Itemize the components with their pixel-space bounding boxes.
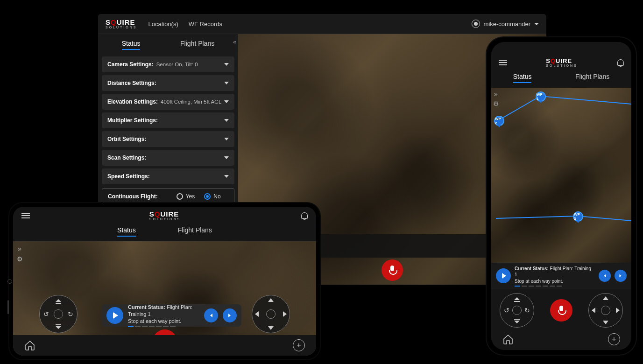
dpad-direction[interactable] (252, 295, 290, 333)
radio-yes[interactable]: Yes (177, 193, 195, 200)
arrow-down-icon[interactable] (603, 321, 608, 324)
logo-text2: UIRE (117, 18, 135, 26)
play-button[interactable] (106, 307, 123, 324)
rotate-left-icon[interactable]: ↺ (43, 310, 49, 318)
logo-sub: SOLUTIONS (546, 64, 577, 67)
menu-button[interactable] (21, 213, 30, 218)
setting-multiplier[interactable]: Multiplier Settings: (102, 112, 234, 128)
chevron-down-icon (224, 63, 229, 66)
tab-status[interactable]: Status (122, 40, 141, 50)
tablet-bottom-bar: + (13, 335, 316, 356)
add-button[interactable]: + (608, 333, 620, 345)
progress-indicator (515, 286, 595, 287)
arrow-left-icon[interactable] (255, 311, 259, 317)
rotate-right-icon[interactable]: ↻ (524, 307, 530, 314)
notifications-icon[interactable] (300, 211, 308, 220)
setting-speed[interactable]: Speed Settings: (102, 168, 234, 184)
tablet-device: SQUIRE SOLUTIONS Status Flight Plans » ⚙… (9, 203, 320, 359)
continuous-flight-row: Continuous Flight: Yes No (102, 188, 234, 205)
arrow-down-icon[interactable] (268, 326, 274, 330)
setting-elevation[interactable]: Elevation Settings: 400ft Ceiling, Min 5… (102, 94, 234, 110)
tab-flight-plans[interactable]: Flight Plans (180, 40, 214, 50)
mic-icon (558, 306, 565, 315)
status-title: Current Status: (515, 266, 549, 271)
nav-locations[interactable]: Location(s) (148, 21, 178, 28)
prev-waypoint-button[interactable] (599, 270, 611, 282)
next-waypoint-button[interactable] (223, 308, 237, 322)
mic-icon (389, 266, 396, 275)
rotate-left-icon[interactable]: ↺ (504, 307, 509, 314)
arrow-right-icon[interactable] (283, 311, 287, 317)
dpad-direction[interactable] (588, 293, 623, 328)
dpad-center-icon (266, 309, 276, 319)
phone-header: SQUIRE SOLUTIONS (491, 55, 631, 72)
waypoint-marker-1[interactable]: WP 1 (536, 91, 546, 102)
setting-value: Sensor On, Tilt: 0 (156, 62, 198, 67)
phone-bottom-bar: + (491, 331, 631, 350)
arrow-right-icon[interactable] (616, 308, 620, 313)
logo-sub: SOLUTIONS (106, 26, 137, 29)
setting-label: Elevation Settings: (107, 98, 158, 105)
rotate-right-icon[interactable]: ↻ (68, 310, 73, 318)
arrow-left-icon[interactable] (592, 308, 595, 313)
status-sub: Stop at each way point. (128, 318, 199, 325)
home-icon[interactable] (24, 340, 35, 351)
logo-text: S (149, 210, 155, 218)
setting-scan[interactable]: Scan Settings: (102, 150, 234, 166)
dpad-altitude[interactable]: ↺ ↻ (39, 295, 78, 333)
mic-button[interactable] (382, 259, 403, 281)
dpad-center-icon (54, 309, 63, 319)
phone-map-view[interactable]: » ⚙ WP 1 WP 2 WP 3 (491, 88, 631, 263)
progress-indicator (128, 326, 199, 327)
status-sub: Stop at each way point. (515, 278, 595, 285)
play-icon (113, 312, 118, 319)
mic-button[interactable] (550, 299, 572, 322)
tab-status[interactable]: Status (513, 73, 532, 83)
logo-accent: Q (551, 57, 556, 64)
expand-panel-icon[interactable]: » (494, 91, 497, 98)
next-waypoint-button[interactable] (615, 270, 627, 282)
chevron-down-icon (224, 138, 229, 140)
arrow-up-icon[interactable] (603, 296, 608, 300)
setting-distance[interactable]: Distance Settings: (102, 75, 234, 91)
logo-accent: Q (155, 210, 161, 218)
tablet-header: SQUIRE SOLUTIONS (13, 207, 316, 224)
notifications-icon[interactable] (616, 58, 624, 67)
dpad-altitude[interactable]: ↺ ↻ (500, 293, 534, 328)
setting-label: Distance Settings: (107, 80, 156, 86)
chevron-down-icon (534, 23, 539, 25)
waypoint-marker-2[interactable]: WP 2 (494, 116, 504, 126)
radio-no[interactable]: No (204, 193, 220, 200)
gear-icon[interactable]: ⚙ (17, 255, 23, 263)
logo-accent: Q (111, 18, 117, 26)
radio-icon (177, 193, 183, 200)
tab-status[interactable]: Status (117, 226, 136, 237)
prev-waypoint-button[interactable] (204, 308, 218, 322)
expand-panel-icon[interactable]: » (18, 245, 21, 252)
user-menu[interactable]: mike-commander (472, 20, 539, 28)
logo-text2: UIRE (160, 210, 179, 218)
menu-button[interactable] (499, 60, 507, 65)
dpad-center-icon (512, 306, 522, 315)
gear-icon[interactable]: ⚙ (493, 100, 499, 107)
descend-icon[interactable] (55, 324, 62, 329)
arrow-up-icon[interactable] (268, 298, 274, 302)
tab-flight-plans[interactable]: Flight Plans (575, 73, 609, 83)
play-button[interactable] (496, 268, 511, 283)
setting-camera[interactable]: Camera Settings: Sensor On, Tilt: 0 (102, 56, 234, 72)
chevron-down-icon (224, 82, 229, 84)
add-button[interactable]: + (293, 339, 305, 351)
waypoint-marker-3[interactable]: WP 3 (573, 211, 583, 222)
home-icon[interactable] (502, 334, 514, 345)
setting-orbit[interactable]: Orbit Settings: (102, 131, 234, 147)
collapse-sidebar-icon[interactable]: « (231, 37, 238, 47)
tab-flight-plans[interactable]: Flight Plans (178, 226, 212, 237)
tablet-tabs: Status Flight Plans (13, 224, 316, 241)
ascend-icon[interactable] (514, 297, 520, 302)
ascend-icon[interactable] (55, 299, 62, 304)
descend-icon[interactable] (514, 319, 520, 323)
setting-label: Speed Settings: (107, 173, 150, 180)
nav-wf-records[interactable]: WF Records (189, 21, 222, 28)
chevron-down-icon (224, 100, 229, 103)
phone-tabs: Status Flight Plans (491, 72, 631, 88)
